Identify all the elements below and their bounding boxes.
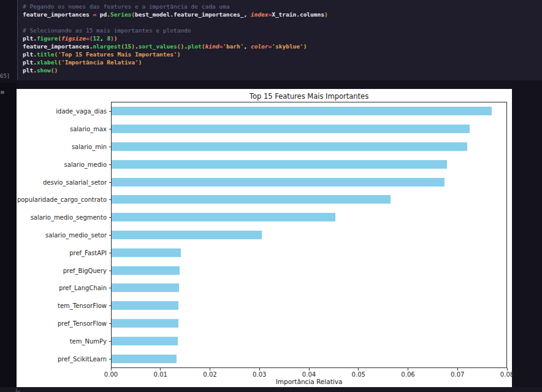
- code-token: plot: [188, 43, 202, 50]
- notebook-background: [0, 387, 542, 392]
- x-tick-label: 0.01: [154, 371, 167, 378]
- x-tick: 0.03: [253, 368, 266, 378]
- code-line[interactable]: [23, 18, 542, 26]
- x-tick: 0.06: [401, 368, 414, 378]
- bar-row: tem_TensorFlow: [112, 297, 506, 315]
- x-tick-mark: [408, 368, 408, 371]
- x-tick-mark: [358, 368, 359, 371]
- x-tick-mark: [457, 368, 458, 371]
- code-token: best_model.feature_importances_,: [135, 11, 251, 18]
- code-token: ,: [244, 43, 251, 50]
- bar: [112, 319, 178, 328]
- code-line[interactable]: plt.xlabel('Importância Relativa'): [23, 58, 542, 66]
- bar: [112, 125, 470, 133]
- code-token: ,: [100, 35, 107, 42]
- bar-row: pref_TensorFlow: [112, 315, 506, 332]
- gutter-marker-icon: [1, 91, 4, 94]
- chart-title: Top 15 Features Mais Importantes: [111, 92, 507, 101]
- bar: [112, 337, 178, 345]
- code-editor[interactable]: # Pegando os nomes das features e a impo…: [18, 0, 542, 74]
- code-token: figure: [37, 35, 58, 42]
- chart-axes: idade_vaga_diassalario_maxsalario_minsal…: [111, 102, 507, 368]
- bar: [112, 248, 181, 257]
- execution-count: 65]: [0, 73, 16, 79]
- code-token: (): [51, 67, 58, 74]
- x-tick: 0.05: [352, 368, 365, 378]
- x-tick: 0.01: [154, 368, 167, 378]
- bar: [112, 301, 178, 310]
- y-tick-label: tem_NumPy: [70, 337, 107, 344]
- code-token: kind: [205, 43, 219, 50]
- code-token: feature_importances.: [23, 43, 93, 50]
- y-tick-label: pref_FastAPI: [69, 249, 107, 256]
- code-token: plt.: [23, 35, 37, 42]
- code-line[interactable]: # Selecionando as 15 mais importantes e …: [23, 26, 542, 34]
- cell-output-figure: Top 15 Features Mais Importantes idade_v…: [17, 89, 512, 387]
- bar: [112, 355, 177, 363]
- code-line[interactable]: plt.figure(figsize=(12, 8)): [23, 34, 542, 42]
- code-line[interactable]: plt.title('Top 15 Features Mais Importan…: [23, 50, 542, 58]
- y-tick-label: tem_TensorFlow: [58, 302, 107, 309]
- bar: [112, 283, 179, 292]
- code-line[interactable]: feature_importances = pd.Series(best_mod…: [23, 10, 542, 18]
- code-token: xlabel: [37, 59, 58, 66]
- code-line[interactable]: plt.show(): [23, 66, 542, 74]
- bar: [112, 213, 335, 221]
- bar: [112, 178, 445, 186]
- y-tick-label: desvio_salarial_setor: [43, 179, 107, 185]
- x-tick: 0.08: [500, 368, 514, 378]
- code-line[interactable]: feature_importances.nlargest(15).sort_va…: [23, 42, 542, 50]
- code-token: 'Top 15 Features Mais Importantes': [58, 51, 177, 58]
- x-tick-mark: [506, 368, 507, 371]
- y-tick-label: salario_medio_setor: [45, 231, 107, 238]
- bar-row: salario_medio: [112, 155, 506, 173]
- bar-row: salario_medio_segmento: [112, 209, 506, 226]
- code-token: nlargest: [93, 43, 121, 50]
- code-token: X_train.columns: [272, 11, 324, 18]
- code-token: 'Importância Relativa': [61, 59, 139, 66]
- code-token: plt.: [23, 51, 37, 58]
- bar: [112, 160, 447, 169]
- code-token: # Selecionando as 15 mais importantes e …: [23, 27, 191, 34]
- code-token: feature_importances: [23, 11, 93, 18]
- code-token: (): [177, 43, 184, 50]
- bar-row: pref_BigQuery: [112, 261, 506, 279]
- bar-row: idade_vaga_dias: [112, 102, 506, 120]
- x-tick-mark: [308, 368, 309, 371]
- code-token: figsize: [61, 35, 86, 42]
- y-tick-label: salario_max: [70, 126, 107, 133]
- bar-row: salario_min: [112, 138, 506, 156]
- code-token: ): [114, 35, 118, 42]
- y-tick-label: pref_TensorFlow: [58, 320, 107, 326]
- code-token: pd.: [96, 11, 110, 18]
- bar-row: salario_medio_setor: [112, 226, 506, 244]
- resize-handle-icon[interactable]: [16, 388, 21, 392]
- code-token: ): [324, 11, 328, 18]
- bar: [112, 142, 467, 151]
- x-tick-label: 0.04: [302, 371, 316, 378]
- bar-row: pref_ScikitLearn: [112, 350, 506, 367]
- code-token: plt.: [23, 59, 37, 66]
- code-line[interactable]: # Pegando os nomes das features e a impo…: [23, 2, 542, 10]
- x-tick-label: 0.05: [352, 371, 365, 378]
- code-token: 15: [124, 43, 131, 50]
- x-tick: 0.00: [104, 368, 118, 378]
- bar-row: desvio_salarial_setor: [112, 173, 506, 191]
- code-cell[interactable]: # Pegando os nomes das features e a impo…: [17, 0, 542, 80]
- code-token: sort_values: [139, 43, 177, 50]
- code-token: color: [251, 43, 269, 50]
- code-token: show: [37, 67, 51, 74]
- code-token: 'barh': [223, 43, 243, 50]
- bar: [112, 195, 391, 204]
- code-token: ): [139, 59, 142, 66]
- x-tick-label: 0.07: [451, 371, 464, 378]
- bar: [112, 107, 492, 115]
- bar-row: tem_NumPy: [112, 332, 506, 350]
- bar-row: pref_LangChain: [112, 279, 506, 297]
- code-token: ): [177, 51, 181, 58]
- code-token: Series: [110, 11, 131, 18]
- x-tick-label: 0.06: [401, 371, 414, 378]
- y-tick-label: pref_LangChain: [59, 285, 107, 291]
- y-tick-label: idade_vaga_dias: [56, 108, 107, 115]
- code-token: title: [37, 51, 55, 58]
